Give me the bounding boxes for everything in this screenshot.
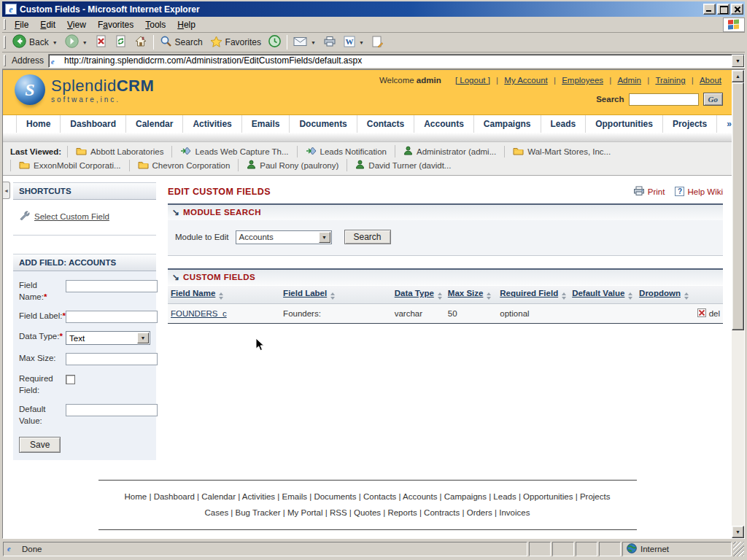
column-header-default-value[interactable]: Default Value xyxy=(569,286,636,304)
menu-edit[interactable]: Edit xyxy=(34,18,61,31)
last-viewed-item-abbott-laboratories[interactable]: Abbott Laboratories xyxy=(67,146,171,158)
sort-icon[interactable] xyxy=(684,292,689,300)
address-dropdown-button[interactable]: ▼ xyxy=(732,55,744,67)
scroll-down-button[interactable]: ▼ xyxy=(732,526,744,538)
help-wiki-link[interactable]: ? Help Wiki xyxy=(675,187,723,196)
tab-home[interactable]: Home xyxy=(16,115,61,133)
history-button[interactable] xyxy=(265,34,285,51)
toolbar-gripper[interactable] xyxy=(4,36,6,49)
last-viewed-item-leads-web-capture-th[interactable]: Leads Web Capture Th... xyxy=(171,146,296,158)
forward-button[interactable]: ▼ xyxy=(61,33,91,52)
footer-link-bug-tracker[interactable]: Bug Tracker xyxy=(236,508,281,517)
last-viewed-item-wal-mart-stores-inc[interactable]: Wal-Mart Stores, Inc... xyxy=(504,146,619,158)
search-button[interactable]: Search xyxy=(156,34,206,51)
footer-link-activities[interactable]: Activities xyxy=(242,492,275,501)
edit-button[interactable] xyxy=(368,34,387,51)
header-link-admin[interactable]: Admin xyxy=(617,76,641,85)
refresh-button[interactable] xyxy=(111,34,131,51)
go-button[interactable]: Go xyxy=(703,93,723,106)
tab-leads[interactable]: Leads xyxy=(541,115,587,133)
column-header-required-field[interactable]: Required Field xyxy=(497,286,569,304)
close-button[interactable] xyxy=(731,4,743,15)
column-header-data-type[interactable]: Data Type xyxy=(392,286,445,304)
field-name-link[interactable]: FOUNDERS_c xyxy=(171,309,227,318)
address-field[interactable]: e http://training.splendidcrm.com/Admini… xyxy=(48,54,745,68)
input-field-name[interactable] xyxy=(66,280,158,292)
checkbox-required-field[interactable] xyxy=(66,375,75,384)
tab-more[interactable]: » xyxy=(717,115,732,133)
dropdown-caret-icon[interactable]: ▼ xyxy=(311,40,316,45)
last-viewed-item-paul-rony-paulrony[interactable]: Paul Rony (paulrony) xyxy=(238,159,347,171)
mail-button[interactable]: ▼ xyxy=(290,35,320,50)
back-button[interactable]: Back▼ xyxy=(9,33,61,52)
header-search-input[interactable] xyxy=(629,93,699,106)
footer-link-contacts[interactable]: Contacts xyxy=(363,492,396,501)
tab-opportunities[interactable]: Opportunities xyxy=(586,115,663,133)
footer-link-orders[interactable]: Orders xyxy=(467,508,492,517)
footer-link-leads[interactable]: Leads xyxy=(493,492,516,501)
address-url[interactable]: http://training.splendidcrm.com/Administ… xyxy=(64,55,362,66)
scroll-up-button[interactable]: ▲ xyxy=(732,70,744,82)
favorites-button[interactable]: Favorites xyxy=(206,34,265,51)
tab-campaigns[interactable]: Campaigns xyxy=(474,115,541,133)
menu-view[interactable]: View xyxy=(61,18,92,31)
last-viewed-item-exxonmobil-corporati[interactable]: ExxonMobil Corporati... xyxy=(10,160,129,171)
footer-link-cases[interactable]: Cases xyxy=(205,508,229,517)
footer-link-opportunities[interactable]: Opportunities xyxy=(523,492,573,501)
input-default-value[interactable] xyxy=(66,404,158,416)
resize-grip[interactable] xyxy=(733,542,744,556)
tab-documents[interactable]: Documents xyxy=(290,115,357,133)
header-link-training[interactable]: Training xyxy=(655,76,685,85)
menu-file[interactable]: File xyxy=(9,18,34,31)
sort-icon[interactable] xyxy=(330,292,335,300)
combo-arrow-icon[interactable]: ▼ xyxy=(319,232,330,243)
column-header-field-name[interactable]: Field Name xyxy=(168,286,280,304)
menu-help[interactable]: Help xyxy=(171,18,201,31)
scrollbar-thumb[interactable] xyxy=(732,82,744,330)
column-header-dropdown[interactable]: Dropdown xyxy=(636,286,694,304)
last-viewed-item-administrator-admi[interactable]: Administrator (admi... xyxy=(395,145,504,158)
address-gripper[interactable] xyxy=(4,55,6,66)
module-search-button[interactable]: Search xyxy=(344,230,391,244)
sort-icon[interactable] xyxy=(219,292,223,300)
footer-link-contracts[interactable]: Contracts xyxy=(424,508,460,517)
input-field-label[interactable] xyxy=(66,311,158,323)
select-data-type[interactable]: Text▼ xyxy=(66,331,150,345)
save-button[interactable]: Save xyxy=(19,437,61,453)
header-link-about[interactable]: About xyxy=(700,76,721,85)
footer-link-emails[interactable]: Emails xyxy=(282,492,307,501)
tab-projects[interactable]: Projects xyxy=(663,115,717,133)
tab-contacts[interactable]: Contacts xyxy=(357,115,414,133)
combo-arrow-icon[interactable]: ▼ xyxy=(137,332,149,343)
tab-calendar[interactable]: Calendar xyxy=(126,115,183,133)
footer-link-rss[interactable]: RSS xyxy=(330,508,347,517)
footer-link-home[interactable]: Home xyxy=(125,492,147,501)
menu-gripper[interactable] xyxy=(4,19,6,30)
dropdown-caret-icon[interactable]: ▼ xyxy=(82,40,88,45)
footer-link-quotes[interactable]: Quotes xyxy=(354,508,381,517)
footer-link-reports[interactable]: Reports xyxy=(387,508,417,517)
input-max-size[interactable] xyxy=(66,353,158,365)
module-select[interactable]: Accounts ▼ xyxy=(236,230,332,244)
maximize-button[interactable] xyxy=(717,4,729,15)
column-header-field-label[interactable]: Field Label xyxy=(280,286,392,304)
minimize-button[interactable] xyxy=(703,4,716,15)
footer-link-calendar[interactable]: Calendar xyxy=(201,492,236,501)
menu-favorites[interactable]: Favorites xyxy=(92,18,139,31)
tab-activities[interactable]: Activities xyxy=(183,115,241,133)
menu-tools[interactable]: Tools xyxy=(139,18,171,31)
footer-link-my-portal[interactable]: My Portal xyxy=(287,508,323,517)
dropdown-caret-icon[interactable]: ▼ xyxy=(359,40,364,45)
dropdown-caret-icon[interactable]: ▼ xyxy=(53,40,58,45)
delete-link[interactable]: del xyxy=(697,308,720,319)
tab-emails[interactable]: Emails xyxy=(242,115,290,133)
footer-link-campaigns[interactable]: Campaigns xyxy=(444,492,487,501)
select-custom-field-link[interactable]: Select Custom Field xyxy=(34,212,109,221)
vertical-scrollbar[interactable]: ▲ ▼ xyxy=(732,70,744,538)
sidebar-collapse-tab[interactable]: ◄ xyxy=(3,182,10,199)
column-header-max-size[interactable]: Max Size xyxy=(445,286,497,304)
print-link[interactable]: Print xyxy=(633,186,665,197)
sort-icon[interactable] xyxy=(487,292,491,300)
header-link-my-account[interactable]: My Account xyxy=(504,76,547,85)
sort-icon[interactable] xyxy=(438,292,442,300)
